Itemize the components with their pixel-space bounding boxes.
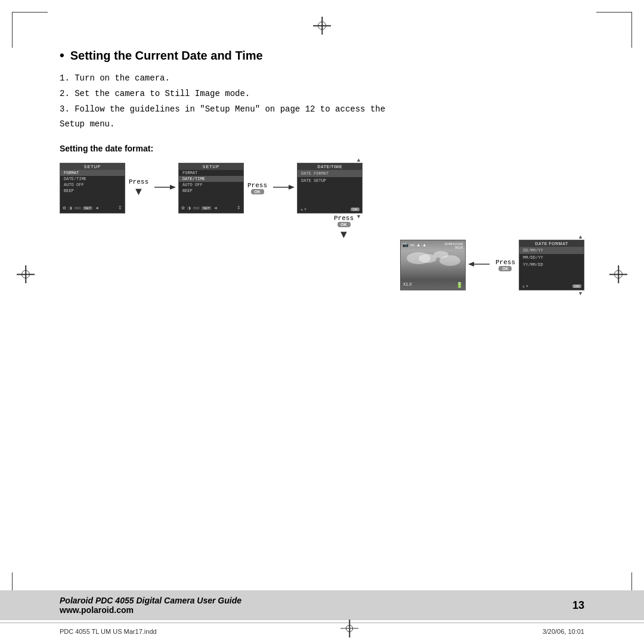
screen3-header: DATE/TIME	[298, 163, 362, 170]
top-arrow-s3: ▲	[356, 157, 361, 163]
photo-bottom: X1.0 🔋	[403, 282, 463, 288]
arrow-right1	[154, 182, 176, 194]
ok-btn1: OK	[251, 189, 264, 194]
footer-info: Polaroid PDC 4055 Digital Camera User Gu…	[60, 596, 242, 615]
press3-group-vert: Press OK ▼	[334, 215, 354, 241]
ok-btn2: OK	[338, 222, 351, 227]
bot-arrow-s5: ▼	[578, 290, 583, 296]
screen2-item-autooff: AUTO OFF	[179, 182, 243, 188]
zoom-text: X1.0	[403, 282, 411, 288]
arrow-left1	[468, 259, 490, 271]
screen-setup2: SETUP FORMAT DATE/TIME AUTO OFF BEEP ✿ ◑…	[178, 163, 244, 213]
connector-row: Press OK ▼	[60, 216, 584, 240]
down-arrow-icon1: ▼	[134, 185, 144, 199]
screen2-header: SETUP	[179, 163, 243, 170]
screen2-icons: ✿ ◑ ISO SET ◄ ⇕	[179, 205, 243, 210]
screen3-wrapper: ▲ DATE/TIME DATE FORMAT DATE SETUP ▲▼ OK…	[297, 163, 363, 213]
crosshair-circle	[318, 21, 326, 30]
instruction-3b: Setup menu.	[60, 117, 584, 132]
screen1-header: SETUP	[60, 163, 125, 170]
bot-arrow-s3: ▼	[356, 213, 361, 219]
corner-mark-tr	[596, 12, 632, 48]
bottom-row: ▲ DATE FORMAT DD/MM/YY MM/DD/YY YY/MM/DD…	[60, 240, 584, 290]
crosshair-right	[609, 265, 627, 283]
screen-setup1: SETUP FORMAT DATE/TIME AUTO OFF BEEP ✿ ◑…	[60, 163, 125, 213]
ok-btn3: OK	[499, 266, 512, 271]
screen5-header: DATE FORMAT	[519, 240, 584, 247]
instructions: 1. Turn on the camera. 2. Set the camera…	[60, 72, 584, 132]
section-title: • Setting the Current Date and Time	[60, 48, 584, 63]
screen1-icons: ✿ ◑ ISO SET ◄ ⇕	[60, 205, 125, 210]
screen-photo: 📷 5A ▲ ▲ 2048X1536 0016	[400, 240, 466, 290]
arrow-right2	[273, 182, 295, 194]
screen4-wrapper: 📷 5A ▲ ▲ 2048X1536 0016	[400, 240, 466, 290]
footer-bottom: PDC 4055 TL UM US Mar17.indd 3/20/06, 10…	[0, 623, 644, 639]
connector-right: Press OK ▼	[334, 215, 354, 241]
footer-page-number: 13	[572, 599, 584, 612]
photo-resolution: 2048X1536 0016	[444, 242, 463, 249]
press1-label: Press	[129, 178, 148, 185]
press3-label-vert: Press	[334, 215, 354, 222]
screen2-item-beep: BEEP	[179, 188, 243, 194]
press2-group: Press OK	[247, 182, 267, 194]
footer: Polaroid PDC 4055 Digital Camera User Gu…	[0, 584, 644, 644]
screen2-item-format: FORMAT	[179, 170, 243, 176]
screen3-item-datesetup: DATE SETUP	[298, 177, 362, 184]
corner-mark-tl	[12, 12, 48, 48]
screen1-item-format: FORMAT	[60, 170, 125, 176]
press4-label: Press	[496, 259, 515, 266]
screen-dateformat: DATE FORMAT DD/MM/YY MM/DD/YY YY/MM/DD ▲…	[519, 240, 584, 290]
press4-group: Press OK	[496, 259, 515, 271]
screen1-wrapper: SETUP FORMAT DATE/TIME AUTO OFF BEEP ✿ ◑…	[60, 163, 125, 213]
screen3-bottom: ▲▼ OK	[300, 208, 360, 211]
photo-background: 📷 5A ▲ ▲ 2048X1536 0016	[401, 240, 465, 290]
svg-marker-1	[170, 185, 176, 190]
footer-website: www.polaroid.com	[60, 605, 242, 615]
top-arrow-s5: ▲	[578, 234, 583, 240]
screen1-item-datetime: DATE/TIME	[60, 176, 125, 182]
down-arrow-icon2: ▼	[339, 228, 349, 241]
press1-group: Press ▼	[129, 178, 148, 199]
instruction-1: 1. Turn on the camera.	[60, 72, 584, 86]
screen2-wrapper: SETUP FORMAT DATE/TIME AUTO OFF BEEP ✿ ◑…	[178, 163, 244, 213]
main-content: • Setting the Current Date and Time 1. T…	[60, 48, 584, 572]
instruction-3: 3. Follow the guidelines in "Setup Menu"…	[60, 103, 584, 117]
footer-bar: Polaroid PDC 4055 Digital Camera User Gu…	[0, 590, 644, 620]
page-title: Setting the Current Date and Time	[70, 49, 263, 63]
crosshair-left	[17, 265, 35, 283]
screen5-item-mmddyy: MM/DD/YY	[519, 254, 584, 261]
svg-marker-5	[468, 262, 474, 267]
clouds	[401, 249, 465, 273]
sub-heading: Setting the date format:	[60, 144, 584, 153]
screen-datetime: DATE/TIME DATE FORMAT DATE SETUP ▲▼ OK	[297, 163, 363, 213]
screen5-item-ddmmyy: DD/MM/YY	[519, 247, 584, 254]
instruction-2: 2. Set the camera to Still Image mode.	[60, 87, 584, 101]
diagram: SETUP FORMAT DATE/TIME AUTO OFF BEEP ✿ ◑…	[60, 163, 584, 290]
crosshair-bottom	[340, 620, 358, 637]
screen1-item-beep: BEEP	[60, 188, 125, 194]
screen2-item-datetime: DATE/TIME	[179, 176, 243, 182]
screen5-wrapper: ▲ DATE FORMAT DD/MM/YY MM/DD/YY YY/MM/DD…	[519, 240, 584, 290]
screen3-item-dateformat: DATE FORMAT	[298, 170, 362, 177]
crosshair-circle-left	[21, 270, 30, 278]
bullet-icon: •	[60, 48, 64, 63]
crosshair-circle-right	[614, 270, 623, 278]
screen5-item-yymmdd: YY/MM/DD	[519, 261, 584, 268]
svg-marker-3	[289, 185, 295, 190]
footer-filename: PDC 4055 TL UM US Mar17.indd	[60, 628, 157, 635]
footer-title: Polaroid PDC 4055 Digital Camera User Gu…	[60, 596, 242, 605]
crosshair-top	[313, 17, 331, 35]
screen5-bottom: ▲▼ OK	[522, 284, 581, 288]
press2-label: Press	[247, 182, 267, 189]
screen1-item-autooff: AUTO OFF	[60, 182, 125, 188]
footer-date: 3/20/06, 10:01	[543, 628, 584, 635]
